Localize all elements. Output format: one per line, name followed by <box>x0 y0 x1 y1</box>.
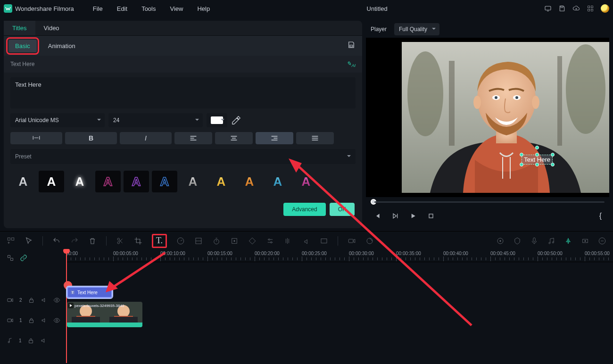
eye-icon[interactable] <box>53 297 60 304</box>
svg-rect-11 <box>449 61 455 146</box>
preview-text-overlay[interactable]: Text Here <box>522 155 553 165</box>
crop-icon[interactable] <box>134 237 142 245</box>
tab-titles[interactable]: Titles <box>4 21 35 35</box>
add-title-button[interactable]: T. <box>152 234 167 248</box>
eye-icon[interactable] <box>53 317 60 324</box>
menu-help[interactable]: Help <box>197 5 210 12</box>
video-clip[interactable]: pexels-fauxels-3249935-3840 <box>67 302 142 327</box>
time-ruler[interactable]: 00:0000:00:05:0000:00:10:0000:00:15:0000… <box>66 250 613 262</box>
speed-icon[interactable] <box>176 237 185 245</box>
preset-4[interactable]: A <box>124 171 149 192</box>
adjustment-icon[interactable] <box>266 237 274 245</box>
save-preset-icon[interactable] <box>347 41 356 49</box>
cursor-icon[interactable] <box>25 237 33 245</box>
record-icon[interactable] <box>348 237 356 245</box>
preset-1[interactable]: A <box>39 171 64 192</box>
magnet-icon[interactable] <box>564 237 572 245</box>
lock-icon[interactable] <box>28 317 35 324</box>
manage-tracks-icon[interactable] <box>7 254 14 262</box>
preset-9[interactable]: A <box>265 171 290 192</box>
render-icon[interactable] <box>320 237 328 245</box>
preset-0[interactable]: A <box>10 171 36 192</box>
expand-icon[interactable]: { <box>599 212 602 220</box>
play-pause-icon[interactable] <box>391 212 399 220</box>
align-left-button[interactable] <box>174 132 212 144</box>
voiceover-icon[interactable] <box>302 237 310 245</box>
prev-frame-icon[interactable] <box>373 212 381 220</box>
preset-dropdown[interactable]: Preset <box>10 149 356 164</box>
color-icon[interactable] <box>194 237 203 245</box>
mic-icon[interactable] <box>530 237 538 245</box>
title-clip[interactable]: T Text Here <box>67 287 112 298</box>
play-icon[interactable] <box>409 212 417 220</box>
stop-icon[interactable] <box>427 212 435 220</box>
ai-icon[interactable]: ✎AI <box>347 60 356 68</box>
menu-edit[interactable]: Edit <box>117 5 127 12</box>
svg-rect-23 <box>429 214 433 218</box>
title-text-input[interactable] <box>10 77 356 108</box>
save-icon[interactable] <box>558 5 566 12</box>
audio-detach-icon[interactable] <box>284 237 292 245</box>
split-icon[interactable] <box>116 237 124 245</box>
preset-5[interactable]: A <box>152 171 177 192</box>
preset-2[interactable]: A <box>67 171 92 192</box>
link-icon[interactable] <box>20 254 27 262</box>
user-avatar-icon[interactable] <box>601 4 609 13</box>
video-track[interactable]: pexels-fauxels-3249935-3840 <box>66 302 613 330</box>
greenscreen-icon[interactable] <box>248 237 257 245</box>
mute-icon[interactable] <box>40 337 47 344</box>
menu-view[interactable]: View <box>170 5 183 12</box>
subtab-animation[interactable]: Animation <box>41 40 82 52</box>
svg-rect-36 <box>348 239 353 243</box>
lock-icon[interactable] <box>28 297 35 304</box>
monitor-icon[interactable] <box>544 5 552 12</box>
undo-icon[interactable] <box>52 237 61 245</box>
keyframe-icon[interactable] <box>230 237 239 245</box>
tab-video[interactable]: Video <box>35 21 68 35</box>
zoom-out-icon[interactable] <box>598 237 606 245</box>
lock-icon[interactable] <box>27 337 34 344</box>
snap-icon[interactable] <box>581 237 589 245</box>
quality-dropdown[interactable]: Full Quality <box>394 23 439 35</box>
marker-icon[interactable] <box>513 237 522 245</box>
preset-8[interactable]: A <box>237 171 262 192</box>
preset-6[interactable]: A <box>180 171 206 192</box>
grid-icon[interactable] <box>587 5 594 12</box>
delete-icon[interactable] <box>88 237 97 245</box>
menu-tools[interactable]: Tools <box>141 5 156 12</box>
align-justify-button[interactable] <box>296 132 334 144</box>
svg-rect-46 <box>8 256 10 258</box>
font-family-dropdown[interactable]: Arial Unicode MS <box>10 113 105 127</box>
mute-icon[interactable] <box>41 317 48 324</box>
mute-icon[interactable] <box>41 297 48 304</box>
cloud-upload-icon[interactable] <box>572 5 580 12</box>
music-icon[interactable] <box>547 237 555 245</box>
mixer-icon[interactable] <box>496 237 505 245</box>
cam-track-icon <box>7 297 14 304</box>
subtab-basic[interactable]: Basic <box>8 40 37 52</box>
font-color-picker[interactable] <box>207 113 227 127</box>
menu-file[interactable]: File <box>93 5 103 12</box>
font-size-dropdown[interactable]: 24 <box>108 113 203 127</box>
overlay-track[interactable]: T Text Here <box>66 287 613 302</box>
preview-viewport[interactable]: Text Here <box>366 38 609 197</box>
preset-7[interactable]: A <box>208 171 234 192</box>
redo-icon[interactable] <box>70 237 79 245</box>
tracks-area[interactable]: 00:0000:00:05:0000:00:10:0000:00:15:0000… <box>66 250 613 364</box>
eyedropper-icon[interactable] <box>231 115 241 125</box>
align-right-button[interactable] <box>256 132 293 144</box>
timer-icon[interactable] <box>212 237 221 245</box>
preset-10[interactable]: A <box>293 171 319 192</box>
app-logo-icon <box>4 4 12 13</box>
ai-tool-icon[interactable] <box>365 237 374 245</box>
italic-button[interactable]: I <box>120 132 172 144</box>
add-media-icon[interactable] <box>7 237 15 245</box>
bold-button[interactable]: B <box>65 132 117 144</box>
video-clip-thumbnail: pexels-fauxels-3249935-3840 <box>67 302 142 323</box>
char-spacing-button[interactable] <box>10 132 62 144</box>
ok-button[interactable]: OK <box>330 203 355 216</box>
align-center-button[interactable] <box>215 132 253 144</box>
preset-3[interactable]: A <box>95 171 121 192</box>
progress-bar[interactable] <box>366 197 609 207</box>
advanced-button[interactable]: Advanced <box>283 203 325 216</box>
